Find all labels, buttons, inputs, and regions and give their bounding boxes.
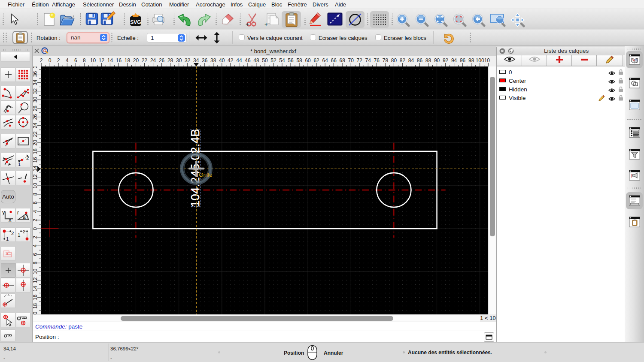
svg-text:12: 12 (33, 277, 38, 283)
svg-text:30: 30 (176, 57, 182, 63)
svg-text:4: 4 (66, 57, 69, 63)
svg-text:36: 36 (33, 71, 38, 77)
svg-text:Grille: Grille (199, 172, 213, 178)
svg-text:2: 2 (26, 155, 29, 160)
svg-text:24: 24 (33, 123, 38, 129)
svg-text:90: 90 (434, 57, 440, 63)
svg-text:1: 1 (18, 162, 21, 167)
svg-text:60: 60 (305, 57, 311, 63)
svg-text:20: 20 (33, 311, 38, 314)
svg-text:78: 78 (383, 57, 389, 63)
svg-text:x: x (9, 217, 12, 222)
svg-text:20: 20 (33, 140, 38, 146)
svg-text:98: 98 (468, 57, 474, 63)
svg-text:18: 18 (125, 57, 131, 63)
svg-text:54: 54 (279, 57, 285, 63)
svg-text:40: 40 (219, 57, 225, 63)
svg-text:58: 58 (296, 57, 302, 63)
svg-text:68: 68 (340, 57, 346, 63)
svg-text:62: 62 (313, 57, 319, 63)
svg-text:100: 100 (476, 57, 484, 63)
svg-text:y: y (2, 209, 5, 215)
svg-text:94: 94 (451, 57, 457, 63)
svg-text:1: 1 (18, 232, 20, 238)
svg-text:88: 88 (425, 57, 431, 63)
svg-text:92: 92 (443, 57, 449, 63)
svg-text:a: a (23, 214, 26, 220)
svg-text:10: 10 (90, 57, 96, 63)
svg-text:30: 30 (33, 97, 38, 103)
svg-text:44: 44 (236, 57, 242, 63)
svg-text:2: 2 (11, 231, 14, 236)
svg-text:14: 14 (33, 286, 38, 292)
svg-text:32: 32 (185, 57, 191, 63)
svg-text:64: 64 (322, 57, 328, 63)
svg-text:0: 0 (49, 57, 52, 63)
svg-text:46: 46 (245, 57, 251, 63)
svg-text:6: 6 (33, 201, 38, 204)
svg-text:34: 34 (193, 57, 199, 63)
svg-text:14: 14 (107, 57, 113, 63)
svg-text:6: 6 (33, 253, 38, 256)
svg-text:80: 80 (391, 57, 397, 63)
svg-text:16: 16 (33, 294, 38, 300)
svg-text:32: 32 (33, 88, 38, 94)
svg-text:4: 4 (33, 210, 38, 213)
svg-text:1: 1 (6, 236, 9, 241)
svg-text:10: 10 (33, 268, 38, 275)
svg-text:10: 10 (33, 183, 38, 189)
svg-text:2: 2 (33, 218, 38, 221)
svg-text:52: 52 (270, 57, 276, 63)
svg-text:84: 84 (408, 57, 414, 63)
svg-text:18: 18 (33, 303, 38, 309)
svg-text:48: 48 (253, 57, 259, 63)
svg-text:28: 28 (33, 106, 38, 112)
svg-text:82: 82 (400, 57, 406, 63)
svg-text:14: 14 (33, 166, 38, 172)
svg-text:36: 36 (202, 57, 208, 63)
svg-text:24: 24 (150, 57, 156, 63)
svg-text:72: 72 (357, 57, 363, 63)
svg-text:56: 56 (288, 57, 294, 63)
svg-text:8: 8 (83, 57, 86, 63)
svg-text:102: 102 (484, 57, 490, 63)
svg-text:66: 66 (331, 57, 337, 63)
svg-text:2: 2 (33, 235, 38, 238)
svg-text:76: 76 (374, 57, 380, 63)
svg-text:20: 20 (133, 57, 139, 63)
svg-text:22: 22 (33, 131, 38, 137)
svg-text:96: 96 (460, 57, 466, 63)
svg-text:4: 4 (33, 244, 38, 247)
svg-text:50: 50 (262, 57, 268, 63)
svg-text:8: 8 (33, 262, 38, 265)
svg-text:86: 86 (417, 57, 423, 63)
svg-text:34: 34 (33, 80, 38, 86)
svg-text:28: 28 (167, 57, 173, 63)
svg-text:18: 18 (33, 148, 38, 154)
svg-text:6: 6 (74, 57, 77, 63)
svg-text:16: 16 (116, 57, 122, 63)
svg-text:74: 74 (365, 57, 371, 63)
svg-text:42: 42 (228, 57, 234, 63)
svg-text:26: 26 (33, 114, 38, 120)
svg-text:38: 38 (210, 57, 216, 63)
svg-text:70: 70 (348, 57, 354, 63)
svg-text:SVG: SVG (130, 19, 141, 25)
svg-text:38: 38 (33, 66, 38, 68)
svg-text:12: 12 (99, 57, 105, 63)
svg-text:2: 2 (40, 57, 43, 63)
svg-text:26: 26 (159, 57, 165, 63)
svg-text:+: + (264, 21, 268, 27)
svg-text:16: 16 (33, 157, 38, 163)
svg-text:2: 2 (23, 229, 25, 234)
svg-text:8: 8 (33, 193, 38, 196)
svg-text:2: 2 (57, 57, 60, 63)
svg-text:r: r (17, 210, 19, 216)
svg-text:0: 0 (33, 227, 38, 230)
svg-text:12: 12 (33, 174, 38, 180)
svg-text:22: 22 (142, 57, 148, 63)
svg-text:+: + (246, 21, 249, 27)
